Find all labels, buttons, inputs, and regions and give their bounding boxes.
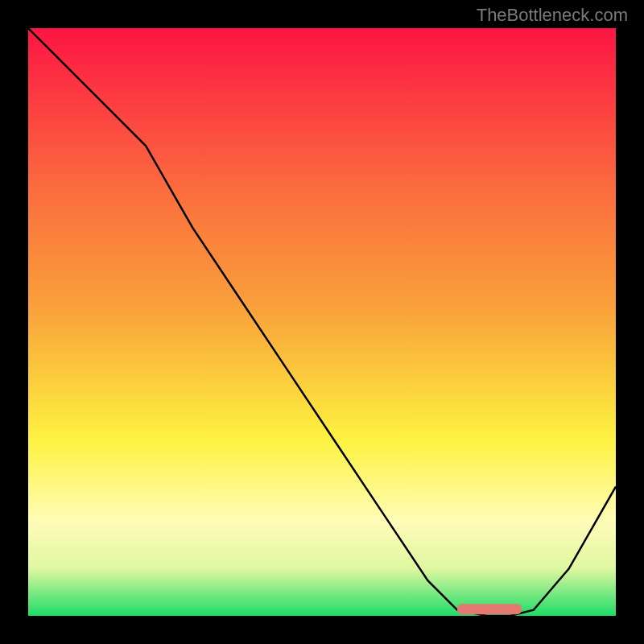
plot-area: [28, 28, 616, 616]
watermark-text: TheBottleneck.com: [477, 5, 628, 26]
chart-container: TheBottleneck.com: [0, 0, 644, 644]
chart-svg: [28, 28, 616, 616]
optimal-range-marker: [457, 604, 522, 614]
